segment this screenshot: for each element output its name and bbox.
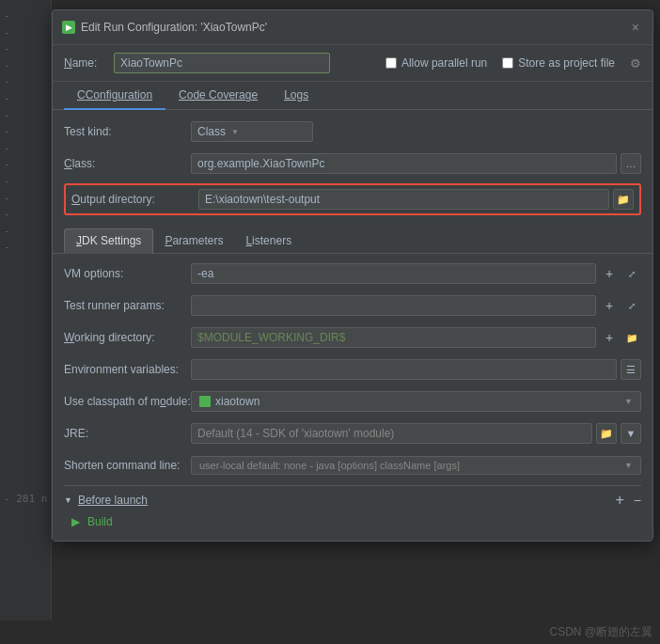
build-label: Build (87, 515, 113, 528)
subtab-listeners[interactable]: Listeners (234, 229, 303, 254)
shorten-control: user-local default: none - java [options… (191, 456, 641, 475)
jre-row: JRE: 📁 ▼ (64, 421, 641, 446)
output-dir-control: 📁 (198, 189, 634, 210)
working-dir-input[interactable] (191, 327, 596, 348)
tab-configuration[interactable]: CConfiguration (64, 82, 165, 110)
sub-tabs: JDK Settings Parameters Listeners (53, 223, 652, 254)
vm-options-control: + ⤢ (191, 263, 641, 284)
before-launch-plus-button[interactable]: + (615, 492, 623, 509)
dialog-content: Test kind: Class ▼ Class: … Output direc… (53, 110, 652, 541)
close-button[interactable]: × (628, 18, 643, 37)
shorten-label: Shorten command line: (64, 459, 191, 472)
tab-logs[interactable]: Logs (271, 82, 322, 110)
test-runner-row: Test runner params: + ⤢ (64, 293, 641, 318)
subtab-jdk-settings[interactable]: JDK Settings (64, 228, 153, 254)
test-kind-control: Class ▼ (191, 121, 641, 142)
jre-dropdown-button[interactable]: ▼ (621, 423, 641, 444)
working-dir-control: + 📁 (191, 327, 641, 348)
before-launch-section: ▼ Before launch + − ▶ Build (64, 485, 641, 531)
bottom-bar: CSDN @断翅的左翼 (0, 620, 660, 644)
output-dir-browse-button[interactable]: 📁 (613, 189, 634, 210)
output-dir-input[interactable] (198, 189, 609, 210)
shorten-dropdown-arrow: ▼ (624, 461, 633, 470)
working-dir-row: Working directory: + 📁 (64, 325, 641, 350)
test-kind-row: Test kind: Class ▼ (64, 119, 641, 144)
test-runner-control: + ⤢ (191, 295, 641, 316)
classpath-row: Use classpath of module: xiaotown ▼ (64, 389, 641, 414)
before-launch-header: ▼ Before launch + − (64, 492, 641, 509)
gear-icon[interactable]: ⚙ (630, 56, 641, 71)
store-project-label[interactable]: Store as project file (502, 56, 615, 70)
subtab-parameters[interactable]: Parameters (153, 229, 234, 254)
env-vars-input[interactable] (191, 359, 617, 380)
dialog-titlebar: ▶ Edit Run Configuration: 'XiaoTownPc' × (53, 10, 652, 45)
name-row-right: Allow parallel run Store as project file… (385, 56, 641, 71)
main-tabs: CConfiguration Code Coverage Logs (53, 82, 652, 110)
class-row: Class: … (64, 151, 641, 176)
classpath-dropdown-arrow: ▼ (624, 397, 633, 406)
test-kind-arrow: ▼ (231, 128, 239, 136)
env-vars-label: Environment variables: (64, 363, 191, 376)
module-icon (199, 396, 211, 407)
shorten-row: Shorten command line: user-local default… (64, 453, 641, 478)
env-vars-edit-button[interactable]: ☰ (621, 359, 641, 380)
classpath-label: Use classpath of module: (64, 395, 191, 408)
vm-options-plus-button[interactable]: + (600, 264, 619, 283)
run-icon: ▶ (62, 21, 75, 34)
name-label: Name: (64, 56, 106, 70)
classpath-control: xiaotown ▼ (191, 391, 641, 412)
run-config-dialog: ▶ Edit Run Configuration: 'XiaoTownPc' ×… (52, 9, 653, 542)
before-launch-minus-button[interactable]: − (634, 493, 641, 508)
watermark-text: CSDN @断翅的左翼 (549, 624, 652, 640)
test-kind-label: Test kind: (64, 125, 191, 138)
vm-options-input[interactable] (191, 263, 596, 284)
test-runner-plus-button[interactable]: + (600, 296, 619, 315)
vm-options-label: VM options: (64, 267, 191, 280)
working-dir-folder-button[interactable]: 📁 (622, 328, 641, 347)
build-icon: ▶ (71, 515, 80, 528)
test-runner-expand-button[interactable]: ⤢ (622, 296, 641, 315)
allow-parallel-checkbox[interactable] (385, 57, 397, 69)
jre-label: JRE: (64, 427, 191, 440)
working-dir-plus-button[interactable]: + (600, 328, 619, 347)
working-dir-label: Working directory: (64, 331, 191, 344)
class-label: Class: (64, 157, 191, 170)
dialog-title: Edit Run Configuration: 'XiaoTownPc' (81, 21, 267, 34)
build-row: ▶ Build (64, 512, 641, 531)
class-browse-button[interactable]: … (621, 153, 641, 174)
tab-code-coverage[interactable]: Code Coverage (165, 82, 271, 110)
store-project-checkbox[interactable] (502, 57, 513, 69)
test-runner-input[interactable] (191, 295, 596, 316)
env-vars-control: ☰ (191, 359, 641, 380)
name-row: Name: Allow parallel run Store as projec… (53, 45, 652, 82)
test-kind-select[interactable]: Class ▼ (191, 121, 313, 142)
class-control: … (191, 153, 641, 174)
jre-browse-button[interactable]: 📁 (596, 423, 617, 444)
code-gutter: - - - - - - - - - - - - - - - - 281 n (0, 0, 52, 644)
shorten-dropdown[interactable]: user-local default: none - java [options… (191, 456, 641, 475)
output-dir-wrapper: Output directory: 📁 (64, 183, 641, 215)
before-launch-label: Before launch (78, 494, 148, 507)
vm-options-expand-button[interactable]: ⤢ (622, 264, 641, 283)
allow-parallel-label[interactable]: Allow parallel run (385, 56, 487, 70)
output-dir-label: Output directory: (71, 193, 198, 206)
class-input[interactable] (191, 153, 617, 174)
jre-control: 📁 ▼ (191, 423, 641, 444)
env-vars-row: Environment variables: ☰ (64, 357, 641, 382)
name-input[interactable] (114, 53, 330, 73)
title-left: ▶ Edit Run Configuration: 'XiaoTownPc' (62, 21, 267, 34)
test-runner-label: Test runner params: (64, 299, 191, 312)
jre-input[interactable] (191, 423, 592, 444)
triangle-icon: ▼ (64, 495, 72, 505)
vm-options-row: VM options: + ⤢ (64, 261, 641, 286)
classpath-dropdown[interactable]: xiaotown ▼ (191, 391, 641, 412)
